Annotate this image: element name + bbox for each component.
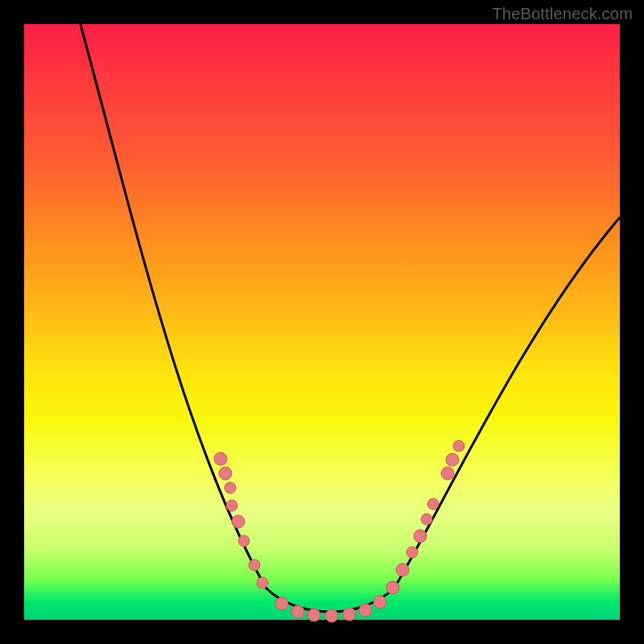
marker-point: [219, 467, 232, 480]
marker-point: [308, 609, 320, 621]
marker-point: [359, 604, 372, 617]
watermark-text: TheBottleneck.com: [492, 5, 633, 23]
marker-point: [374, 596, 386, 609]
marker-point: [291, 605, 304, 618]
marker-point: [421, 514, 432, 525]
marker-point: [414, 530, 427, 543]
marker-point: [446, 453, 459, 466]
marker-point: [396, 564, 409, 576]
marker-point: [226, 500, 237, 511]
frame: TheBottleneck.com: [0, 0, 644, 644]
v-curve: [80, 24, 620, 612]
marker-point: [427, 498, 439, 510]
marker-point: [257, 577, 268, 588]
marker-point: [225, 482, 236, 493]
marker-point: [238, 535, 250, 547]
marker-point: [325, 609, 338, 622]
marker-point: [214, 452, 227, 465]
marker-point: [441, 467, 454, 480]
marker-point: [232, 515, 245, 528]
marker-point: [386, 581, 399, 594]
marker-point: [407, 547, 418, 558]
marker-point: [343, 608, 356, 621]
marker-point: [453, 440, 464, 452]
marker-point: [275, 597, 288, 610]
marker-point: [249, 559, 260, 571]
plot-area: [24, 24, 620, 620]
curve-layer: [24, 24, 620, 620]
